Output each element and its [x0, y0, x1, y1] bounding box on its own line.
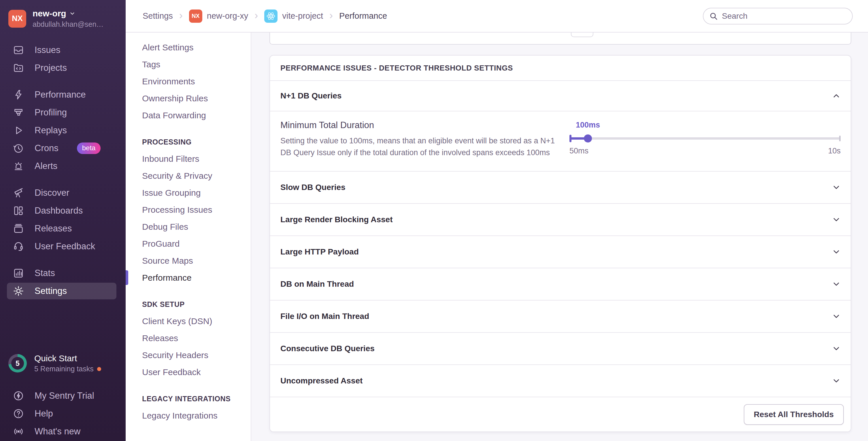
sidebar-nav-group: Discover Dashboards Releases [0, 184, 126, 255]
sidebar-item[interactable]: Performance [0, 86, 126, 104]
sidebar-item[interactable]: Replays [0, 122, 126, 139]
breadcrumb-label: Performance [339, 11, 387, 21]
settings-nav-item[interactable]: Security & Privacy [126, 167, 251, 184]
accordion-row[interactable]: Large Render Blocking Asset [270, 203, 851, 235]
breadcrumb-label: vite-project [282, 11, 323, 21]
search-icon [709, 12, 718, 21]
settings-nav-item[interactable]: Issue Grouping [126, 184, 251, 201]
sidebar-item[interactable]: Discover [0, 184, 126, 202]
settings-nav-item[interactable]: User Feedback [126, 364, 251, 380]
sidebar-item-label: Dashboards [35, 206, 83, 216]
accordion-row[interactable]: Large HTTP Payload [270, 235, 851, 268]
settings-nav-item-label: ProGuard [142, 239, 180, 249]
settings-nav-item[interactable]: ProGuard [126, 235, 251, 252]
sidebar-item-label: Replays [35, 125, 67, 136]
settings-nav-item[interactable]: Security Headers [126, 347, 251, 364]
sidebar-item[interactable]: Profiling [0, 104, 126, 122]
sidebar-item[interactable]: Alerts [0, 157, 126, 175]
breadcrumb-item[interactable]: NX new-org-xy › [189, 9, 264, 23]
main-sidebar: NX new-org abdullah.khan@sen… Issues [0, 0, 126, 441]
search-input[interactable] [722, 11, 846, 21]
settings-nav-section: Alert Settings Tags Environments [126, 39, 251, 124]
sidebar-item-icon [13, 267, 24, 279]
settings-nav-item-label: User Feedback [142, 367, 200, 377]
sidebar-footer-item[interactable]: Help [0, 405, 126, 422]
accordion-row[interactable]: DB on Main Thread [270, 268, 851, 300]
quick-start-title: Quick Start [34, 353, 101, 363]
sidebar-item-icon [13, 107, 24, 118]
sidebar-item[interactable]: Settings [0, 282, 126, 300]
search-box [703, 8, 853, 25]
settings-nav-item[interactable]: Debug Files [126, 218, 251, 235]
sidebar-nav-group: Performance Profiling Replays [0, 86, 126, 175]
sidebar-footer-label: Help [35, 408, 53, 419]
collapse-pill[interactable] [571, 33, 593, 37]
settings-nav-section: LEGACY INTEGRATIONS Legacy Integrations [126, 391, 251, 424]
accordion-row[interactable]: Slow DB Queries [270, 171, 851, 203]
settings-nav-item-label: Tags [142, 60, 160, 69]
settings-nav-item-label: Ownership Rules [142, 94, 208, 103]
breadcrumb-item[interactable]: Performance › [339, 11, 387, 21]
settings-nav-item[interactable]: Performance [126, 269, 251, 286]
settings-nav-item-label: Issue Grouping [142, 188, 200, 198]
sidebar-footer-item[interactable]: My Sentry Trial [0, 387, 126, 405]
settings-nav-item[interactable]: Environments [126, 73, 251, 90]
slider-min-tick [569, 135, 571, 142]
quick-start[interactable]: 5 Quick Start 5 Remaining tasks [0, 353, 126, 373]
settings-nav-item[interactable]: Inbound Filters [126, 150, 251, 167]
accordion-row-label: Consecutive DB Queries [280, 344, 375, 353]
settings-nav-item-label: Security Headers [142, 350, 208, 360]
accordion-row-expanded[interactable]: N+1 DB Queries [270, 81, 851, 111]
sidebar-item[interactable]: Projects [0, 59, 126, 77]
settings-nav-item[interactable]: Processing Issues [126, 201, 251, 218]
sidebar-item[interactable]: Issues [0, 41, 126, 59]
slider-track[interactable] [569, 134, 841, 142]
quick-start-progress-ring: 5 [8, 354, 27, 372]
settings-nav-item[interactable]: Ownership Rules [126, 90, 251, 107]
top-header: Settings › NX new-org-xy › vite-project [126, 0, 868, 33]
sidebar-item-label: Releases [35, 224, 72, 234]
breadcrumb-item[interactable]: Settings › [143, 10, 189, 22]
settings-nav-item[interactable]: Legacy Integrations [126, 407, 251, 424]
sidebar-item[interactable]: Dashboards [0, 202, 126, 219]
sidebar-nav-group: Issues Projects [0, 41, 126, 77]
settings-body: Alert Settings Tags Environments [126, 33, 868, 441]
reset-all-thresholds-button[interactable]: Reset All Thresholds [744, 404, 844, 425]
settings-nav-item[interactable]: Source Maps [126, 252, 251, 269]
chevron-up-icon [832, 91, 841, 100]
settings-nav-item[interactable]: Data Forwarding [126, 107, 251, 124]
sidebar-item[interactable]: Stats [0, 264, 126, 282]
sidebar-footer-label: My Sentry Trial [35, 391, 94, 401]
slider-thumb[interactable] [584, 134, 592, 142]
accordion-row[interactable]: Consecutive DB Queries [270, 332, 851, 365]
accordion-row-label: Uncompressed Asset [280, 376, 363, 385]
sidebar-footer-label: What's new [35, 426, 81, 437]
sidebar-item-icon [13, 44, 24, 56]
settings-nav-item[interactable]: Client Keys (DSN) [126, 313, 251, 330]
settings-nav-item[interactable]: Alert Settings [126, 39, 251, 56]
settings-nav-item[interactable]: Tags [126, 56, 251, 73]
sidebar-item[interactable]: Crons beta [0, 139, 126, 157]
breadcrumb-item[interactable]: vite-project › [264, 9, 339, 23]
sidebar-item-icon [13, 205, 24, 216]
sentry-app: NX new-org abdullah.khan@sen… Issues [0, 0, 868, 441]
sidebar-item-label: User Feedback [35, 241, 95, 251]
chevron-down-icon [832, 376, 841, 385]
accordion-row-label: Large HTTP Payload [280, 247, 359, 257]
panel-header: PERFORMANCE ISSUES - DETECTOR THRESHOLD … [270, 56, 851, 81]
sidebar-nav-group: Stats Settings [0, 264, 126, 300]
org-switcher[interactable]: NX new-org abdullah.khan@sen… [0, 0, 126, 29]
sidebar-item[interactable]: Releases [0, 219, 126, 237]
settings-nav-item[interactable]: Releases [126, 330, 251, 347]
chevron-down-icon [832, 247, 841, 257]
sidebar-item-icon [13, 187, 24, 199]
sidebar-item-icon [13, 160, 24, 172]
chevron-down-icon [832, 344, 841, 353]
accordion-row-label: N+1 DB Queries [280, 91, 341, 100]
accordion-row[interactable]: File I/O on Main Thread [270, 300, 851, 332]
sidebar-item[interactable]: User Feedback [0, 237, 126, 255]
sidebar-footer-item[interactable]: What's new [0, 422, 126, 440]
accordion-row[interactable]: Uncompressed Asset [270, 365, 851, 397]
breadcrumb-label: new-org-xy [207, 11, 248, 21]
accordion-row-label: File I/O on Main Thread [280, 312, 369, 321]
